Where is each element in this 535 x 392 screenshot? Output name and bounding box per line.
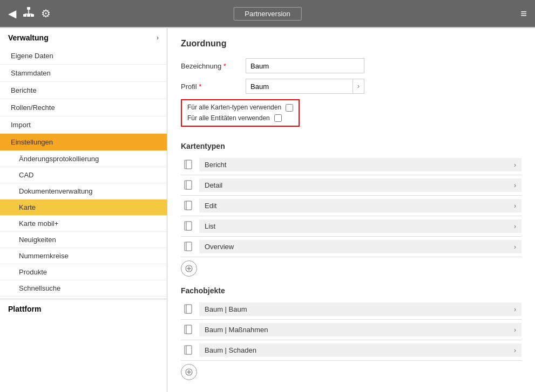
version-button[interactable]: Partnerversion	[233, 7, 302, 20]
checkbox-row-kartentypen: Für alle Karten-typen verwenden	[187, 104, 293, 112]
network-icon[interactable]	[23, 6, 35, 21]
sidebar-item-aenderungsprotokollierung[interactable]: Änderungsprotokollierung	[0, 151, 167, 167]
sidebar: Verwaltung › Eigene Daten Stammdaten Ber…	[0, 28, 167, 392]
svg-rect-24	[186, 346, 192, 354]
baum-schaden-content[interactable]: Baum | Schaden ›	[199, 343, 522, 357]
sidebar-item-import[interactable]: Import	[0, 116, 167, 134]
sidebar-item-neuigkeiten[interactable]: Neuigkeiten	[0, 232, 167, 248]
header-center: Partnerversion	[233, 7, 302, 20]
bericht-label: Bericht	[205, 161, 226, 169]
sidebar-item-eigene-daten[interactable]: Eigene Daten	[0, 47, 167, 65]
kartentypen-item-detail[interactable]: Detail ›	[181, 175, 522, 196]
list-content[interactable]: List ›	[199, 219, 522, 233]
list-icon	[181, 221, 197, 232]
bericht-content[interactable]: Bericht ›	[199, 158, 522, 171]
checkbox-kartentypen-label: Für alle Karten-typen verwenden	[187, 104, 281, 112]
kartentypen-heading: Kartentypen	[181, 142, 522, 150]
baum-massnahmen-content[interactable]: Baum | Maßnahmen ›	[199, 323, 522, 336]
bezeichnung-required: *	[224, 62, 226, 70]
bezeichnung-row: Bezeichnung *	[181, 58, 522, 73]
checkbox-row-entitaeten: Für alle Entitäten verwenden	[187, 114, 293, 123]
svg-rect-13	[186, 222, 192, 230]
sidebar-item-stammdaten[interactable]: Stammdaten	[0, 65, 167, 82]
sidebar-item-nummernkreise[interactable]: Nummernkreise	[0, 248, 167, 264]
header-left: ◀ ⚙	[8, 6, 51, 21]
kartentypen-list: Bericht › Detail ›	[181, 155, 522, 257]
profil-dropdown-arrow[interactable]: ›	[353, 79, 364, 93]
detail-label: Detail	[205, 181, 222, 189]
fachobjekte-item-baum-massnahmen[interactable]: Baum | Maßnahmen ›	[181, 320, 522, 340]
kartentypen-item-edit[interactable]: Edit ›	[181, 196, 522, 216]
sidebar-item-dokumentenverwaltung[interactable]: Dokumentenverwaltung	[0, 183, 167, 200]
baum-baum-arrow: ›	[514, 306, 516, 313]
add-fachobjekt-row[interactable]	[181, 361, 522, 383]
hamburger-menu[interactable]: ≡	[520, 8, 527, 19]
kartentypen-item-bericht[interactable]: Bericht ›	[181, 155, 522, 175]
profil-select[interactable]: Baum ›	[246, 79, 364, 94]
content-area: Zuordnung Bezeichnung * Profil * Baum › …	[167, 28, 535, 392]
profil-row: Profil * Baum ›	[181, 79, 522, 94]
bezeichnung-input[interactable]	[246, 58, 364, 73]
list-arrow: ›	[514, 223, 516, 230]
bezeichnung-label: Bezeichnung *	[181, 62, 246, 70]
checkbox-entitaeten[interactable]	[274, 114, 282, 122]
kartentypen-item-list[interactable]: List ›	[181, 216, 522, 237]
header: ◀ ⚙ Partnerversion ≡	[0, 0, 535, 27]
profil-label: Profil *	[181, 82, 246, 91]
sidebar-item-produkte[interactable]: Produkte	[0, 264, 167, 280]
baum-baum-content[interactable]: Baum | Baum ›	[199, 302, 522, 316]
sidebar-item-rollen-rechte[interactable]: Rollen/Rechte	[0, 99, 167, 116]
fachobjekte-heading: Fachobjekte	[181, 286, 522, 295]
add-kartentyp-row[interactable]	[181, 257, 522, 280]
baum-baum-icon	[181, 304, 197, 315]
baum-massnahmen-arrow: ›	[514, 326, 516, 334]
sidebar-plattform-header[interactable]: Plattform	[0, 299, 167, 319]
baum-massnahmen-label: Baum | Maßnahmen	[205, 326, 268, 334]
edit-content[interactable]: Edit ›	[199, 199, 522, 212]
svg-rect-7	[186, 160, 192, 169]
svg-rect-11	[186, 201, 192, 210]
main-layout: Verwaltung › Eigene Daten Stammdaten Ber…	[0, 28, 535, 392]
checkbox-entitaeten-label: Für alle Entitäten verwenden	[187, 114, 270, 123]
baum-schaden-arrow: ›	[514, 347, 516, 354]
sidebar-item-karte[interactable]: Karte	[0, 200, 167, 216]
detail-icon	[181, 180, 197, 191]
baum-baum-label: Baum | Baum	[205, 305, 247, 313]
fachobjekte-list: Baum | Baum › Baum | Maßnahmen ›	[181, 299, 522, 361]
baum-schaden-icon	[181, 345, 197, 356]
add-kartentyp-icon[interactable]	[181, 260, 197, 277]
sidebar-verwaltung-header[interactable]: Verwaltung ›	[0, 28, 167, 47]
svg-rect-22	[186, 325, 192, 334]
back-icon[interactable]: ◀	[8, 7, 16, 20]
sidebar-item-berichte[interactable]: Berichte	[0, 82, 167, 99]
edit-icon	[181, 201, 197, 211]
plattform-label: Plattform	[8, 305, 41, 313]
sidebar-item-karte-mobil[interactable]: Karte mobil+	[0, 216, 167, 232]
svg-rect-0	[27, 7, 30, 10]
svg-rect-15	[186, 242, 192, 251]
add-fachobjekt-icon[interactable]	[181, 364, 197, 380]
fachobjekte-item-baum-schaden[interactable]: Baum | Schaden ›	[181, 340, 522, 361]
edit-arrow: ›	[514, 202, 516, 210]
sidebar-item-schnellsuche[interactable]: Schnellsuche	[0, 280, 167, 297]
overview-icon	[181, 242, 197, 252]
profil-value: Baum	[246, 80, 353, 93]
baum-schaden-label: Baum | Schaden	[205, 346, 256, 354]
profil-required: *	[199, 82, 201, 91]
detail-content[interactable]: Detail ›	[199, 178, 522, 192]
fachobjekte-item-baum-baum[interactable]: Baum | Baum ›	[181, 299, 522, 320]
sidebar-item-einstellungen[interactable]: Einstellungen	[0, 134, 167, 151]
svg-rect-20	[186, 305, 192, 313]
overview-content[interactable]: Overview ›	[199, 240, 522, 253]
verwaltung-chevron: ›	[157, 34, 159, 42]
list-label: List	[205, 222, 215, 230]
overview-label: Overview	[205, 243, 234, 251]
settings-icon[interactable]: ⚙	[41, 7, 51, 20]
checkbox-group: Für alle Karten-typen verwenden Für alle…	[181, 99, 300, 127]
baum-massnahmen-icon	[181, 325, 197, 335]
checkbox-kartentypen[interactable]	[286, 104, 293, 112]
edit-label: Edit	[205, 202, 216, 210]
sidebar-item-cad[interactable]: CAD	[0, 167, 167, 183]
kartentypen-item-overview[interactable]: Overview ›	[181, 237, 522, 257]
verwaltung-label: Verwaltung	[8, 33, 49, 42]
